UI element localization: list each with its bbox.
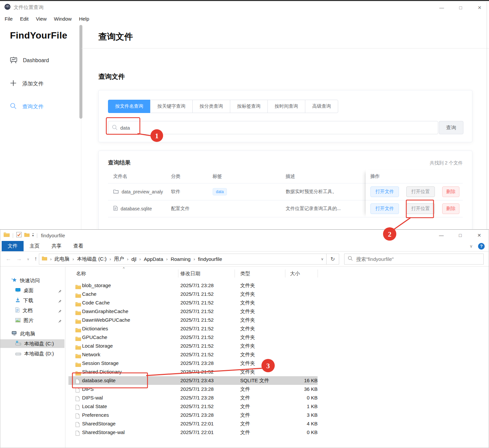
file-row[interactable]: Preferences2025/7/1 23:28文件3 KB	[66, 411, 487, 419]
app-icon	[4, 4, 11, 11]
quick-access-toolbar-dropdown-icon[interactable]: ▾	[32, 233, 34, 237]
sidebar-documents[interactable]: 文档	[0, 306, 64, 315]
file-row[interactable]: Session Storage2025/7/1 23:28文件夹	[66, 359, 487, 368]
explorer-search-input[interactable]	[356, 256, 480, 262]
breadcrumb-this-pc[interactable]: 此电脑	[54, 256, 69, 262]
open-file-button[interactable]: 打开文件	[370, 203, 399, 214]
file-row[interactable]: DIPS-wal2025/7/1 23:28文件0 KB	[66, 393, 487, 402]
file-row[interactable]: SharedStorage2025/7/1 22:01文件4 KB	[66, 419, 487, 428]
breadcrumb-separator: ›	[139, 257, 142, 262]
explorer-search-box	[344, 254, 484, 265]
breadcrumb-roaming[interactable]: Roaming	[171, 256, 191, 262]
results-count: 共找到 2 个文件	[430, 160, 463, 166]
col-date-modified[interactable]: 修改日期	[180, 271, 200, 277]
file-row-selected[interactable]: database.sqlite2025/7/1 23:43SQLITE 文件16…	[66, 376, 487, 385]
file-row[interactable]: Network2025/7/1 21:52文件夹	[66, 350, 487, 359]
file-row[interactable]: DawnGraphiteCache2025/7/1 21:52文件夹	[66, 307, 487, 316]
tab-by-time[interactable]: 按时间查询	[267, 100, 305, 113]
file-row[interactable]: Local State2025/7/1 21:52文件1 KB	[66, 402, 487, 411]
open-location-button[interactable]: 打开位置	[406, 203, 435, 214]
menu-help[interactable]: Help	[79, 16, 89, 22]
query-button[interactable]: 查询	[439, 121, 463, 134]
col-name[interactable]: 名称	[76, 271, 86, 277]
sidebar-item-dashboard[interactable]: Dashboard	[10, 56, 49, 65]
col-size[interactable]: 大小	[290, 271, 300, 277]
properties-check-icon[interactable]	[16, 232, 22, 239]
col-tag: 标签	[213, 173, 286, 179]
breadcrumb-findyourfile[interactable]: findyourfile	[198, 256, 222, 262]
ribbon-tab-file[interactable]: 文件	[2, 241, 24, 251]
delete-button[interactable]: 删除	[442, 203, 459, 214]
delete-button[interactable]: 删除	[442, 186, 459, 197]
breadcrumb-djl[interactable]: djl	[132, 256, 137, 262]
documents-icon	[15, 307, 20, 313]
breadcrumb-separator: ›	[165, 257, 168, 262]
sidebar-this-pc[interactable]: 此电脑	[0, 329, 64, 338]
menu-edit[interactable]: Edit	[20, 16, 29, 22]
file-row[interactable]: DawnWebGPUCache2025/7/1 21:52文件夹	[66, 316, 487, 324]
sidebar-quick-access[interactable]: 快速访问	[0, 276, 64, 285]
sidebar-item-query-file[interactable]: 查询文件	[10, 102, 44, 111]
new-folder-icon[interactable]	[24, 232, 30, 238]
breadcrumb-appdata[interactable]: AppData	[144, 256, 163, 262]
back-icon[interactable]: ←	[6, 256, 11, 262]
explorer-sidebar: 快速访问 桌面 下载 文档	[0, 267, 65, 448]
minimize-button[interactable]: —	[432, 2, 451, 13]
refresh-icon[interactable]: ↻	[327, 254, 339, 265]
sidebar-label: 快速访问	[20, 278, 40, 284]
explorer-window: | ▾ | findyourfile — □ ✕ 文件 主页 共享 查看 ∨ ?	[0, 229, 489, 448]
file-row[interactable]: Shared Dictionary2025/7/1 21:52文件夹	[66, 368, 487, 376]
menu-window[interactable]: Window	[54, 16, 71, 22]
app-titlebar: 文件位置查询 — □ ✕	[0, 2, 489, 13]
up-icon[interactable]: ↑	[34, 256, 37, 262]
col-type[interactable]: 类型	[240, 271, 250, 277]
ribbon-tab-view[interactable]: 查看	[67, 241, 89, 251]
tab-by-keyword[interactable]: 按关键字查询	[150, 100, 193, 113]
close-button[interactable]: ✕	[470, 2, 489, 13]
address-dropdown-icon[interactable]: ∨	[321, 257, 324, 261]
ribbon-tab-home[interactable]: 主页	[24, 241, 46, 251]
file-row[interactable]: SharedStorage-wal2025/7/1 22:01文件0 KB	[66, 428, 487, 437]
help-icon[interactable]: ?	[478, 243, 485, 250]
sidebar-desktop[interactable]: 桌面	[0, 286, 64, 295]
app-logo: FindYourFile	[10, 30, 67, 41]
address-bar[interactable]: › 此电脑 › 本地磁盘 (C:) › 用户 › djl › AppData ›…	[39, 254, 327, 265]
file-row[interactable]: GPUCache2025/7/1 21:52文件夹	[66, 333, 487, 342]
recent-locations-icon[interactable]: ∨	[27, 257, 29, 261]
filename-search-input[interactable]	[108, 121, 438, 134]
breadcrumb-users[interactable]: 用户	[114, 256, 124, 262]
sidebar-item-add-file[interactable]: 添加文件	[10, 79, 44, 88]
folder-outline-icon	[113, 189, 119, 195]
sidebar-drive-c[interactable]: 本地磁盘 (C:)	[0, 339, 64, 348]
app-scrollbar-track[interactable]	[487, 2, 487, 230]
sidebar-label: 文档	[23, 307, 33, 314]
open-location-button[interactable]: 打开位置	[406, 186, 435, 197]
sidebar-pictures[interactable]: 图片	[0, 316, 64, 325]
folder-icon	[4, 232, 10, 238]
tab-by-category[interactable]: 按分类查询	[192, 100, 230, 113]
menu-file[interactable]: File	[5, 16, 13, 22]
sidebar-drive-d[interactable]: 本地磁盘 (D:)	[0, 349, 64, 358]
tab-by-tag[interactable]: 按标签查询	[230, 100, 268, 113]
open-file-button[interactable]: 打开文件	[370, 186, 399, 197]
tab-advanced[interactable]: 高级查询	[305, 100, 338, 113]
sidebar-downloads[interactable]: 下载	[0, 296, 64, 305]
forward-icon[interactable]: →	[16, 256, 22, 262]
file-row[interactable]: Dictionaries2025/7/1 21:52文件夹	[66, 324, 487, 333]
tab-by-filename[interactable]: 按文件名查询	[108, 100, 150, 113]
search-icon	[348, 256, 353, 262]
close-button[interactable]: ✕	[470, 230, 489, 241]
file-row[interactable]: DIPS2025/7/1 23:28文件36 KB	[66, 385, 487, 393]
sidebar-label: 此电脑	[20, 331, 35, 337]
file-row[interactable]: Cache2025/7/1 21:52文件夹	[66, 290, 487, 298]
ribbon-tab-share[interactable]: 共享	[46, 241, 67, 251]
file-row[interactable]: blob_storage2025/7/1 23:28文件夹	[66, 281, 487, 290]
maximize-button[interactable]: □	[451, 230, 470, 241]
breadcrumb-drive-c[interactable]: 本地磁盘 (C:)	[77, 256, 107, 262]
file-row[interactable]: Code Cache2025/7/1 21:52文件夹	[66, 298, 487, 307]
file-row[interactable]: Local Storage2025/7/1 21:52文件夹	[66, 342, 487, 350]
menu-view[interactable]: View	[36, 16, 47, 22]
minimize-button[interactable]: —	[432, 230, 451, 241]
maximize-button[interactable]: □	[451, 2, 470, 13]
collapse-ribbon-icon[interactable]: ∨	[469, 244, 473, 249]
